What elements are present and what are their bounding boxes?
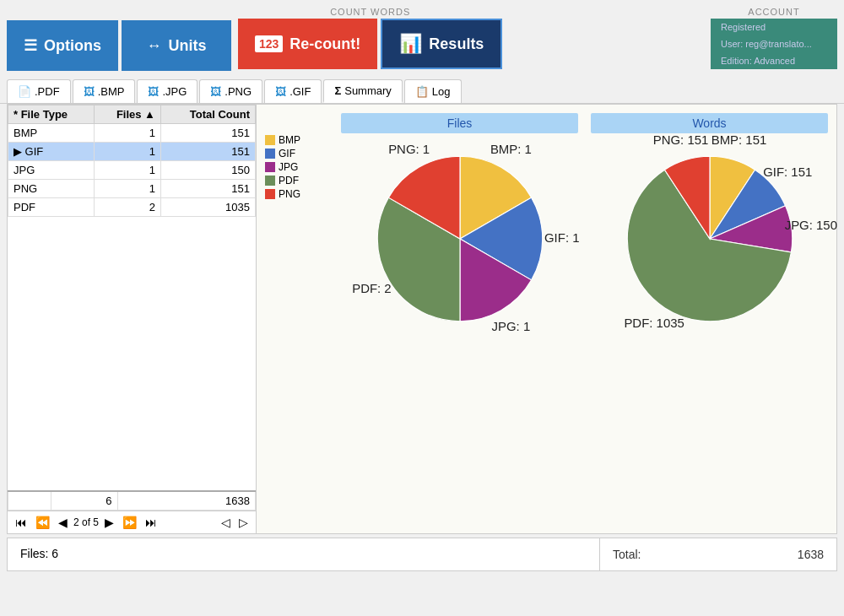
legend-color: [265, 135, 275, 145]
pie-label: PNG: 151: [652, 132, 708, 147]
page-indicator: 2 of 5: [73, 516, 99, 528]
arrows-icon: ↔: [147, 37, 162, 55]
pie-label: PDF: 1035: [624, 316, 684, 330]
pie-label: PNG: 1: [388, 142, 430, 156]
cell-files: 2: [95, 198, 161, 217]
options-button[interactable]: ☰ Options: [7, 20, 118, 71]
table-row[interactable]: BMP 1 151: [8, 124, 256, 143]
cell-total: 150: [160, 161, 255, 180]
tab-jpg[interactable]: 🖼 .JPG: [137, 79, 197, 103]
legend-item: GIF: [265, 148, 300, 159]
legend-label: BMP: [279, 134, 300, 146]
options-label: Options: [44, 37, 101, 55]
table-row[interactable]: JPG 1 150: [8, 161, 256, 180]
left-panel: * File Type Files ▲ Total Count BMP 1 15…: [8, 105, 257, 533]
cell-files: 1: [95, 180, 161, 198]
next-next-page-button[interactable]: ⏩: [120, 515, 139, 530]
legend-item: PDF: [265, 175, 300, 186]
cell-type: PNG: [8, 180, 95, 198]
col-header-files[interactable]: Files ▲: [95, 105, 161, 124]
legend-color: [265, 176, 275, 186]
tab-pdf[interactable]: 📄 .PDF: [7, 79, 71, 103]
total-value: 1638: [798, 548, 824, 561]
last-page-button[interactable]: ⏭: [143, 515, 160, 530]
legend: BMPGIFJPGPDFPNG: [265, 134, 300, 202]
account-button[interactable]: Registered User: reg@translato... Editio…: [711, 19, 837, 69]
status-files: Files: 6: [8, 538, 600, 570]
tab-bmp[interactable]: 🖼 .BMP: [73, 79, 136, 103]
scroll-right-button[interactable]: ▷: [236, 515, 251, 530]
cell-files: 1: [95, 143, 161, 161]
toolbar: ☰ Options ↔ Units COUNT WORDS 123 Re-cou…: [0, 0, 844, 76]
legend-label: GIF: [279, 148, 295, 159]
cell-files: 1: [95, 124, 161, 143]
words-chart-header: Words: [591, 113, 828, 133]
next-page-button[interactable]: ▶: [102, 515, 116, 530]
legend-color: [265, 149, 275, 159]
words-pie-chart: BMP: 151GIF: 151JPG: 150PDF: 1035PNG: 15…: [613, 142, 807, 336]
legend-label: PNG: [279, 188, 300, 200]
pie-label: BMP: 151: [711, 132, 766, 147]
legend-color: [265, 162, 275, 172]
pie-label: GIF: 1: [544, 230, 579, 245]
legend-label: JPG: [279, 161, 298, 173]
cell-total: 151: [160, 180, 255, 198]
pie-label: GIF: 151: [763, 165, 812, 179]
results-label: Results: [429, 35, 484, 53]
tabs-bar: 📄 .PDF 🖼 .BMP 🖼 .JPG 🖼 .PNG 🖼 .GIF Σ Sum…: [0, 79, 844, 104]
prev-page-button[interactable]: ◀: [56, 515, 70, 530]
pagination: ⏮ ⏪ ◀ 2 of 5 ▶ ⏩ ⏭ ◁ ▷: [8, 511, 256, 533]
pie-label: PDF: 2: [352, 281, 391, 295]
prev-prev-page-button[interactable]: ⏪: [33, 515, 52, 530]
footer-type: [8, 491, 51, 511]
table-row[interactable]: PDF 2 1035: [8, 198, 256, 217]
data-table: * File Type Files ▲ Total Count BMP 1 15…: [8, 105, 256, 217]
log-icon: 📋: [415, 85, 429, 98]
scroll-left-button[interactable]: ◁: [219, 515, 233, 530]
cell-type: PDF: [8, 198, 95, 217]
tab-png[interactable]: 🖼 .PNG: [199, 79, 262, 103]
cell-type: ▶ GIF: [8, 143, 95, 161]
right-panel: BMPGIFJPGPDFPNG Files BMP: 1GIF: 1JPG: 1…: [257, 105, 836, 533]
footer-files: 6: [51, 491, 117, 511]
cell-type: JPG: [8, 161, 95, 180]
sigma-icon: Σ: [334, 84, 341, 97]
col-header-count[interactable]: Total Count: [160, 105, 255, 124]
files-pie-chart: BMP: 1GIF: 1JPG: 1PDF: 2PNG: 1: [363, 142, 557, 336]
results-button[interactable]: 📊 Results: [381, 19, 502, 69]
legend-item: BMP: [265, 134, 300, 146]
cell-total: 1035: [160, 198, 255, 217]
pie-label: JPG: 1: [491, 319, 530, 333]
main-content: * File Type Files ▲ Total Count BMP 1 15…: [7, 104, 837, 534]
hamburger-icon: ☰: [24, 36, 37, 55]
first-page-button[interactable]: ⏮: [13, 515, 30, 530]
table-row[interactable]: ▶ GIF 1 151: [8, 143, 256, 161]
recount-label: Re-count!: [289, 35, 360, 53]
recount-button[interactable]: 123 Re-count!: [238, 19, 377, 69]
cell-total: 151: [160, 143, 255, 161]
units-button[interactable]: ↔ Units: [122, 20, 231, 71]
tab-summary[interactable]: Σ Summary: [323, 79, 402, 103]
account-label: ACCOUNT: [748, 7, 799, 17]
words-chart-container: Words BMP: 151GIF: 151JPG: 150PDF: 1035P…: [591, 113, 828, 525]
legend-label: PDF: [279, 175, 299, 186]
col-header-type[interactable]: * File Type: [8, 105, 95, 124]
status-bar: Files: 6 Total: 1638: [7, 538, 837, 571]
status-right: Total: 1638: [600, 538, 836, 570]
legend-item: PNG: [265, 188, 300, 200]
table-row[interactable]: PNG 1 151: [8, 180, 256, 198]
gif-icon: 🖼: [275, 85, 286, 98]
jpg-icon: 🖼: [148, 85, 159, 98]
count-words-label: COUNT WORDS: [330, 7, 410, 17]
total-label: Total:: [613, 548, 641, 561]
legend-color: [265, 189, 275, 199]
files-chart-header: Files: [341, 113, 578, 133]
tab-gif[interactable]: 🖼 .GIF: [264, 79, 322, 103]
account-line3: Edition: Advanced: [721, 56, 795, 66]
tab-log[interactable]: 📋 Log: [404, 79, 462, 103]
cell-type: BMP: [8, 124, 95, 143]
png-icon: 🖼: [210, 85, 221, 98]
bmp-icon: 🖼: [84, 85, 95, 98]
account-line1: Registered: [721, 22, 766, 32]
files-chart-container: Files BMP: 1GIF: 1JPG: 1PDF: 2PNG: 1: [341, 113, 578, 525]
